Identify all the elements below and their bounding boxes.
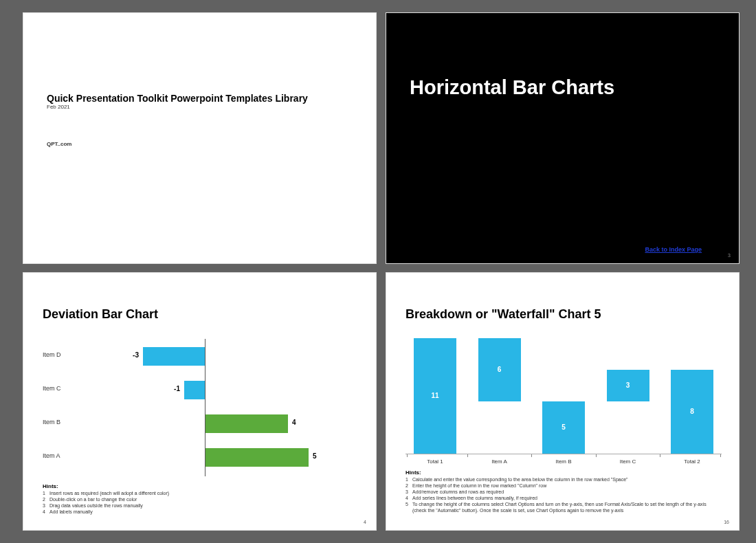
- hint-text: Double-click on a bar to change the colo…: [49, 497, 137, 502]
- axis-tick: [720, 454, 721, 457]
- slide-waterfall: Breakdown or "Waterfall" Chart 5 11Total…: [386, 272, 740, 531]
- title-site: QPT..com: [47, 141, 71, 147]
- category-label: Item B: [43, 419, 60, 425]
- bar-value: -1: [174, 385, 180, 392]
- hint-number: 2: [43, 496, 49, 502]
- hint-text: Calculate and enter the value correspond…: [412, 476, 628, 483]
- page-number: 16: [724, 520, 729, 524]
- deviation-bar-chart: Item D-3Item C-1Item B4Item A5: [43, 339, 359, 476]
- waterfall-bar: 11: [414, 338, 456, 454]
- hint-text: Enter the height of the column in the ro…: [412, 483, 546, 489]
- bar-value: 5: [313, 452, 317, 460]
- bar-value: 3: [607, 381, 649, 389]
- slide-deviation-bar: Deviation Bar Chart Item D-3Item C-1Item…: [23, 272, 377, 531]
- section-title: Horizontal Bar Charts: [410, 76, 614, 99]
- hint-number: 5: [405, 501, 412, 513]
- axis-tick: [531, 454, 532, 457]
- category-label: Item D: [43, 351, 61, 358]
- hint-number: 1: [405, 476, 412, 483]
- bar: -1: [184, 381, 205, 399]
- chart-title: Deviation Bar Chart: [43, 307, 158, 322]
- bar-value: 4: [292, 419, 296, 426]
- category-label: Total 1: [414, 458, 456, 465]
- back-to-index-link[interactable]: Back to Index Page: [645, 246, 702, 253]
- chart-title: Breakdown or "Waterfall" Chart 5: [405, 307, 601, 322]
- bar-value: 11: [414, 392, 456, 399]
- chart-row: Item D-3: [43, 347, 359, 366]
- hints-header: Hints:: [405, 469, 421, 476]
- hint-number: 3: [43, 502, 49, 509]
- chart-row: Item A5: [43, 448, 359, 467]
- title-text: Quick Presentation Toolkit Powerpoint Te…: [47, 93, 308, 104]
- category-label: Item A: [478, 458, 521, 465]
- waterfall-chart: 11Total 16Item A5Item B3Item C8Total 2: [405, 337, 722, 454]
- hint-number: 1: [43, 490, 49, 496]
- bar-value: 8: [671, 408, 713, 415]
- hint-item: 1Calculate and enter the value correspon…: [405, 476, 720, 483]
- hints-header: Hints:: [43, 483, 58, 489]
- bar: -3: [143, 347, 205, 366]
- category-label: Item A: [43, 452, 60, 459]
- hint-number: 4: [43, 509, 49, 515]
- hint-text: Add/remove columns and rows as required: [412, 489, 504, 495]
- title-date: Feb 2021: [47, 104, 70, 110]
- hint-number: 2: [405, 483, 412, 489]
- category-label: Item C: [607, 458, 649, 465]
- hint-text: To change the height of the columns sele…: [412, 501, 720, 513]
- axis-tick: [596, 454, 597, 457]
- bar-value: -3: [133, 351, 139, 359]
- category-label: Total 2: [671, 458, 713, 465]
- bar-value: 5: [542, 423, 585, 431]
- hint-text: Add labels manually: [49, 509, 93, 514]
- bar: 5: [205, 448, 309, 467]
- slide-title: Quick Presentation Toolkit Powerpoint Te…: [23, 12, 377, 264]
- bar: 4: [205, 414, 288, 433]
- page-number: 4: [364, 520, 366, 524]
- hints-list: 1Calculate and enter the value correspon…: [405, 476, 720, 514]
- chart-row: Item B4: [43, 414, 359, 433]
- hints-list: 1Insert rows as required (each will adop…: [43, 490, 169, 515]
- hint-text: Drag data values outside the rows manual…: [49, 503, 143, 508]
- category-label: Item B: [542, 458, 585, 465]
- hint-number: 3: [405, 489, 412, 495]
- x-axis-line: [405, 454, 722, 454]
- waterfall-bar: 6: [478, 338, 521, 401]
- hint-text: Insert rows as required (each will adopt…: [49, 491, 169, 496]
- category-label: Item C: [43, 385, 61, 392]
- hint-item: 2Enter the height of the column in the r…: [405, 483, 720, 489]
- hint-item: 3Add/remove columns and rows as required: [405, 489, 720, 495]
- chart-row: Item C-1: [43, 381, 359, 399]
- hint-item: 3Drag data values outside the rows manua…: [43, 502, 169, 509]
- axis-tick: [660, 454, 660, 457]
- axis-tick: [467, 454, 468, 457]
- hint-item: 1Insert rows as required (each will adop…: [43, 490, 169, 496]
- hint-number: 4: [405, 495, 412, 501]
- hint-text: Add series lines between the columns man…: [412, 495, 537, 501]
- slide-section-header: Horizontal Bar Charts Back to Index Page…: [386, 12, 740, 264]
- waterfall-bar: 3: [607, 370, 649, 401]
- axis-tick: [407, 454, 408, 457]
- waterfall-bar: 5: [542, 401, 585, 454]
- hint-item: 4Add series lines between the columns ma…: [405, 495, 720, 501]
- waterfall-bar: 8: [671, 370, 713, 454]
- bar-value: 6: [478, 366, 521, 373]
- hint-item: 5To change the height of the columns sel…: [405, 501, 720, 513]
- hint-item: 2Double-click on a bar to change the col…: [43, 496, 169, 502]
- page-number: 3: [728, 253, 731, 258]
- hint-item: 4Add labels manually: [43, 509, 169, 515]
